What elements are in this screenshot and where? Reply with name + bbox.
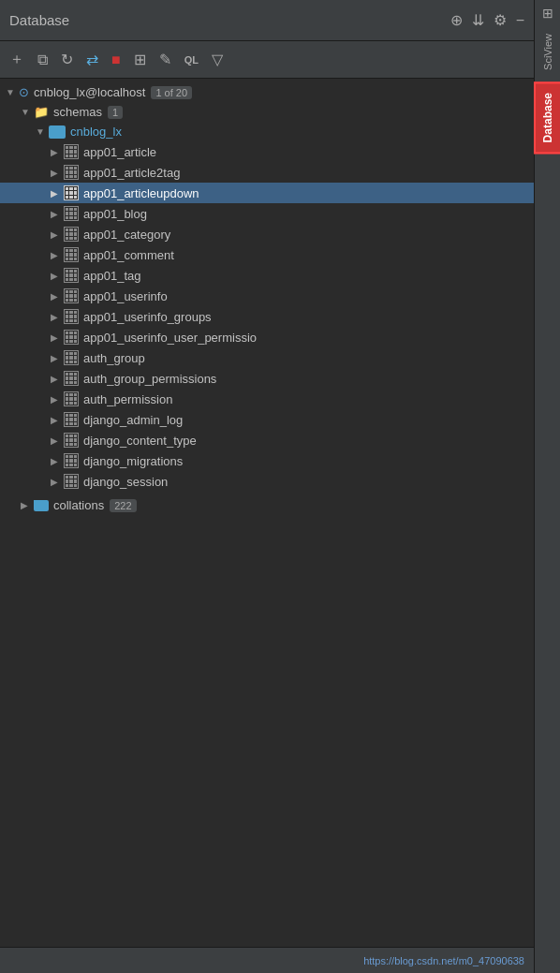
table-arrow-11: ▶ xyxy=(51,374,64,384)
table-icon-12 xyxy=(64,391,79,406)
table-arrow-13: ▶ xyxy=(51,415,64,425)
sql-btn[interactable]: QL xyxy=(181,52,202,67)
sync-btn[interactable]: ⇄ xyxy=(82,49,102,70)
table-row-5[interactable]: ▶ app01_comment xyxy=(0,244,534,265)
table-icon-8 xyxy=(64,309,79,324)
schema-item[interactable]: ▼ cnblog_lx xyxy=(0,122,534,141)
toolbar: ＋ ⧉ ↻ ⇄ ■ ⊞ ✎ QL ▽ xyxy=(0,41,534,79)
table-arrow-8: ▶ xyxy=(51,312,64,322)
sidebar-grid-icon[interactable]: ⊞ xyxy=(542,6,553,21)
table-icon-1 xyxy=(64,165,79,180)
collapse-icon[interactable]: ⇊ xyxy=(472,11,484,29)
table-row-7[interactable]: ▶ app01_userinfo xyxy=(0,286,534,306)
table-icon-2 xyxy=(64,185,79,200)
settings-icon[interactable]: ⚙ xyxy=(494,11,507,29)
collations-arrow: ▶ xyxy=(21,500,34,510)
table-arrow-1: ▶ xyxy=(51,168,64,178)
schemas-item[interactable]: ▼ 📁 schemas 1 xyxy=(0,102,534,122)
edit-btn[interactable]: ✎ xyxy=(155,49,175,70)
grid-btn[interactable]: ⊞ xyxy=(130,49,150,70)
table-row-16[interactable]: ▶ django_session xyxy=(0,471,534,492)
connection-name: cnblog_lx@localhost xyxy=(34,85,145,99)
header: Database ⊕ ⇊ ⚙ − xyxy=(0,0,534,41)
table-arrow-12: ▶ xyxy=(51,394,64,405)
table-arrow-2: ▶ xyxy=(51,188,64,199)
table-row-15[interactable]: ▶ django_migrations xyxy=(0,450,534,471)
table-label-4: app01_category xyxy=(83,228,170,242)
table-row-3[interactable]: ▶ app01_blog xyxy=(0,203,534,224)
filter-btn[interactable]: ▽ xyxy=(208,49,227,70)
table-label-0: app01_article xyxy=(83,145,156,159)
tree-area[interactable]: ▼ ⊙ cnblog_lx@localhost 1 of 20 ▼ 📁 sche… xyxy=(0,79,534,947)
connection-item[interactable]: ▼ ⊙ cnblog_lx@localhost 1 of 20 xyxy=(0,82,534,102)
table-label-3: app01_blog xyxy=(83,207,147,221)
schema-icon xyxy=(49,125,66,139)
table-row-12[interactable]: ▶ auth_permission xyxy=(0,389,534,409)
table-icon-4 xyxy=(64,227,79,242)
table-label-8: app01_userinfo_groups xyxy=(83,310,212,324)
table-arrow-4: ▶ xyxy=(51,229,64,240)
table-icon-13 xyxy=(64,412,79,427)
schemas-arrow: ▼ xyxy=(21,107,34,117)
header-icons: ⊕ ⇊ ⚙ − xyxy=(450,11,524,29)
right-tab-container: SciView Database xyxy=(534,26,561,154)
connection-badge: 1 of 20 xyxy=(151,86,192,99)
minus-icon[interactable]: − xyxy=(516,12,524,29)
collations-label: collations xyxy=(53,498,104,512)
table-label-13: django_admin_log xyxy=(83,413,183,427)
status-bar: https://blog.csdn.net/m0_47090638 xyxy=(0,947,534,973)
table-row-13[interactable]: ▶ django_admin_log xyxy=(0,409,534,430)
schema-arrow: ▼ xyxy=(36,126,49,137)
main-panel: Database ⊕ ⇊ ⚙ − ＋ ⧉ ↻ ⇄ ■ ⊞ ✎ QL ▽ ▼ ⊙ … xyxy=(0,0,534,973)
table-row-0[interactable]: ▶ app01_article xyxy=(0,141,534,162)
table-arrow-10: ▶ xyxy=(51,353,64,363)
table-icon-15 xyxy=(64,453,79,468)
connection-db-icon: ⊙ xyxy=(19,85,29,99)
refresh-btn[interactable]: ↻ xyxy=(57,49,77,70)
table-label-16: django_session xyxy=(83,475,168,489)
collations-count: 222 xyxy=(110,499,136,512)
table-label-11: auth_group_permissions xyxy=(83,372,216,386)
schemas-icon: 📁 xyxy=(34,105,49,119)
table-icon-16 xyxy=(64,474,79,489)
table-row-4[interactable]: ▶ app01_category xyxy=(0,224,534,244)
database-tab[interactable]: Database xyxy=(534,81,561,154)
collations-item[interactable]: ▶ collations 222 xyxy=(0,495,534,515)
table-icon-0 xyxy=(64,144,79,159)
copy-btn[interactable]: ⧉ xyxy=(34,50,52,70)
table-icon-10 xyxy=(64,350,79,365)
table-row-2[interactable]: ▶ app01_articleupdown xyxy=(0,183,534,203)
table-row-8[interactable]: ▶ app01_userinfo_groups xyxy=(0,306,534,327)
table-row-1[interactable]: ▶ app01_article2tag xyxy=(0,162,534,183)
table-label-7: app01_userinfo xyxy=(83,289,168,303)
sciview-tab[interactable]: SciView xyxy=(542,26,553,78)
table-arrow-16: ▶ xyxy=(51,477,64,487)
table-arrow-6: ▶ xyxy=(51,271,64,281)
table-arrow-7: ▶ xyxy=(51,291,64,302)
table-icon-14 xyxy=(64,433,79,448)
table-icon-11 xyxy=(64,371,79,386)
collations-folder-icon xyxy=(34,500,49,511)
add-btn[interactable]: ＋ xyxy=(6,48,28,71)
table-arrow-3: ▶ xyxy=(51,209,64,219)
schema-name: cnblog_lx xyxy=(70,125,122,139)
table-label-5: app01_comment xyxy=(83,248,174,262)
status-url: https://blog.csdn.net/m0_47090638 xyxy=(363,955,524,966)
stop-btn[interactable]: ■ xyxy=(108,50,125,70)
table-arrow-14: ▶ xyxy=(51,435,64,446)
table-row-14[interactable]: ▶ django_content_type xyxy=(0,430,534,450)
table-label-9: app01_userinfo_user_permissio xyxy=(83,331,257,345)
add-connection-icon[interactable]: ⊕ xyxy=(450,11,463,29)
table-icon-6 xyxy=(64,268,79,283)
table-arrow-0: ▶ xyxy=(51,147,64,157)
table-label-1: app01_article2tag xyxy=(83,166,180,180)
table-row-9[interactable]: ▶ app01_userinfo_user_permissio xyxy=(0,327,534,347)
table-label-6: app01_tag xyxy=(83,269,140,283)
table-row-10[interactable]: ▶ auth_group xyxy=(0,347,534,368)
table-label-15: django_migrations xyxy=(83,454,183,468)
table-icon-7 xyxy=(64,288,79,303)
table-row-6[interactable]: ▶ app01_tag xyxy=(0,265,534,286)
table-row-11[interactable]: ▶ auth_group_permissions xyxy=(0,368,534,389)
table-icon-5 xyxy=(64,247,79,262)
sidebar-icons: ⊞ xyxy=(542,0,553,26)
